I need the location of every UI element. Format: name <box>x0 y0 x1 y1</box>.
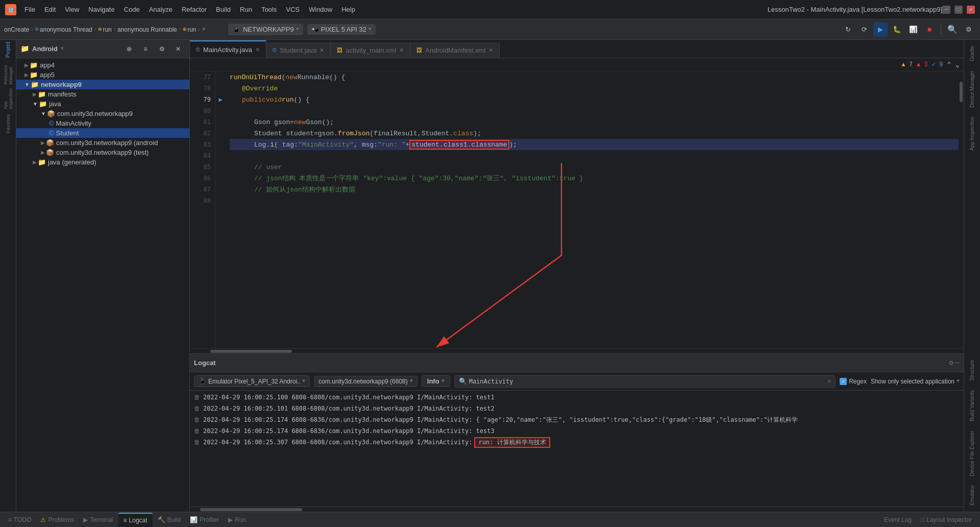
logcat-hscroll[interactable] <box>190 507 964 512</box>
regex-checkbox[interactable]: ✓ <box>840 378 847 385</box>
menu-file[interactable]: File <box>20 4 39 15</box>
tab-layout-inspector[interactable]: □ Layout Inspector <box>917 513 976 526</box>
check-count[interactable]: ✓ 9 <box>932 61 943 68</box>
sidebar-emulator[interactable]: Emulator <box>968 481 976 510</box>
device-filter-dropdown[interactable]: 📱 Emulator Pixel_5_API_32 Androi... ▼ <box>194 375 310 387</box>
run-gutter-icon[interactable]: ▶ <box>218 96 222 104</box>
tree-item-manifests[interactable]: ▶ 📁 manifests <box>16 89 189 99</box>
package-filter-dropdown[interactable]: com.unity3d.networkapp9 (6808) ▼ <box>314 376 418 387</box>
regex-toggle[interactable]: ✓ Regex <box>840 378 867 385</box>
sidebar-app-inspection[interactable]: App Inspection <box>968 113 976 155</box>
tree-item-package[interactable]: ▼ 📦 com.unity3d.networkapp9 <box>16 109 189 118</box>
logcat-entries[interactable]: 🗑 2022-04-29 16:00:25.100 6808-6808/com.… <box>190 391 964 507</box>
tab-todo[interactable]: ≡ TODO <box>4 513 35 526</box>
warning-count[interactable]: ▲ 7 <box>901 61 913 68</box>
tab-manifest[interactable]: 🖼 AndroidManifest.xml ✕ <box>410 42 500 58</box>
menu-tools[interactable]: Tools <box>257 4 281 15</box>
project-settings-button[interactable]: ⚙ <box>155 42 169 56</box>
code-content[interactable]: runOnUiThread(new Runnable() { @Override… <box>226 71 959 348</box>
minimize-button[interactable]: ─ <box>942 6 950 14</box>
maximize-button[interactable]: □ <box>954 6 963 14</box>
sidebar-build-variants[interactable]: Build Variants <box>968 386 976 425</box>
menu-vcs[interactable]: VCS <box>282 4 304 15</box>
log-delete-icon-4[interactable]: 🗑 <box>194 427 200 435</box>
tab-manifest-close[interactable]: ✕ <box>488 47 493 54</box>
settings-button[interactable]: ⚙ <box>962 22 976 37</box>
code-editor[interactable]: 77 78 79 80 81 82 83 84 85 86 87 88 <box>190 71 964 353</box>
tab-build[interactable]: 🔨 Build <box>154 513 185 526</box>
show-only-dropdown-icon[interactable]: ▼ <box>957 378 960 384</box>
pixel-selector[interactable]: 📲 PIXEL 5 API 32 ▼ <box>307 24 376 35</box>
tab-activity-main[interactable]: 🖼 activity_main.xml ✕ <box>331 42 410 58</box>
crumb-runnable[interactable]: anonymous Runnable <box>117 26 177 33</box>
crumb-run2[interactable]: run <box>187 26 196 33</box>
tab-mainactivity-close[interactable]: ✕ <box>255 46 260 53</box>
sidebar-favorites-icon[interactable]: Favorites <box>2 117 14 130</box>
debug-button[interactable]: 🐛 <box>890 22 904 37</box>
menu-edit[interactable]: Edit <box>40 4 60 15</box>
tree-item-mainactivity[interactable]: © MainActivity <box>16 118 189 128</box>
tree-item-java-generated[interactable]: ▶ 📁 java (generated) <box>16 157 189 167</box>
editor-vscroll[interactable] <box>959 71 964 348</box>
tab-mainactivity[interactable]: © MainActivity.java ✕ <box>190 40 266 58</box>
error-count[interactable]: ▲ 3 <box>917 61 928 68</box>
tab-event-log[interactable]: Event Log <box>880 513 916 526</box>
level-filter-dropdown[interactable]: Info ▼ <box>422 375 450 387</box>
menu-analyze[interactable]: Analyze <box>145 4 177 15</box>
refresh-button[interactable]: ↻ <box>841 22 855 37</box>
tree-item-package-android[interactable]: ▶ 📦 com.unity3d.networkapp9 (android <box>16 138 189 148</box>
tree-item-java[interactable]: ▼ 📁 java <box>16 99 189 109</box>
nav-down-button[interactable]: ⌄ <box>955 60 960 69</box>
sidebar-structure[interactable]: Structure <box>968 356 976 385</box>
logcat-search[interactable]: 🔍 ✕ <box>454 375 836 388</box>
menu-navigate[interactable]: Navigate <box>84 4 118 15</box>
close-button[interactable]: ✕ <box>967 6 975 14</box>
run-button[interactable]: ▶ <box>873 22 888 37</box>
crumb-thread[interactable]: anonymous Thread <box>40 26 92 33</box>
log-delete-icon-1[interactable]: 🗑 <box>194 394 200 401</box>
menu-help[interactable]: Help <box>337 4 359 15</box>
menu-window[interactable]: Window <box>305 4 336 15</box>
tab-terminal[interactable]: ▶ Terminal <box>79 513 117 526</box>
tab-problems[interactable]: ⚠ Problems <box>36 513 78 526</box>
search-everywhere-button[interactable]: 🔍 <box>945 22 960 37</box>
sidebar-device-file-explorer[interactable]: Device File Explorer <box>968 426 976 480</box>
device-selector[interactable]: 📱 NETWORKAPP9 ▼ <box>228 23 303 35</box>
tab-student[interactable]: © Student.java ✕ <box>266 42 331 58</box>
sidebar-appinspection-icon[interactable]: App Inspection <box>2 93 14 105</box>
log-delete-icon-3[interactable]: 🗑 <box>194 416 200 423</box>
show-only-toggle[interactable]: Show only selected application ▼ <box>871 378 960 385</box>
project-hide-button[interactable]: ✕ <box>171 42 185 56</box>
tree-item-student[interactable]: © Student <box>16 128 189 138</box>
tree-item-package-test[interactable]: ▶ 📦 com.unity3d.networkapp9 (test) <box>16 148 189 157</box>
logcat-search-input[interactable] <box>469 378 825 385</box>
logcat-settings-icon[interactable]: ⚙ <box>949 358 953 367</box>
menu-refactor[interactable]: Refactor <box>178 4 211 15</box>
sync-button[interactable]: ⟳ <box>857 22 871 37</box>
stop-button[interactable]: ■ <box>922 22 937 37</box>
tab-student-close[interactable]: ✕ <box>320 47 324 54</box>
logcat-minimize-icon[interactable]: ─ <box>955 359 960 367</box>
menu-run[interactable]: Run <box>236 4 256 15</box>
tab-logcat[interactable]: ≡ Logcat <box>118 513 153 527</box>
menu-build[interactable]: Build <box>212 4 235 15</box>
log-delete-icon-2[interactable]: 🗑 <box>194 405 200 412</box>
tab-activity-close[interactable]: ✕ <box>399 47 404 54</box>
sidebar-gradle[interactable]: Gradle <box>968 42 976 65</box>
menu-code[interactable]: Code <box>120 4 144 15</box>
menu-view[interactable]: View <box>61 4 83 15</box>
tab-profiler[interactable]: 📊 Profiler <box>186 513 223 526</box>
sidebar-project-icon[interactable]: Project <box>2 44 14 56</box>
project-dropdown-label[interactable]: Android <box>32 45 58 53</box>
tree-item-app4[interactable]: ▶ 📁 app4 <box>16 60 189 70</box>
project-scope-button[interactable]: ⊕ <box>122 42 136 56</box>
log-delete-icon-5[interactable]: 🗑 <box>194 439 200 446</box>
sidebar-resource-icon[interactable]: Resource Manager <box>2 68 14 81</box>
tree-item-networkapp9[interactable]: ▼ 📁 networkapp9 <box>16 80 189 89</box>
sidebar-device-manager[interactable]: Device Manager <box>968 66 976 112</box>
editor-hscroll[interactable] <box>190 348 964 353</box>
crumb-run1[interactable]: run <box>103 26 111 33</box>
nav-up-button[interactable]: ⌃ <box>947 60 951 69</box>
tab-run[interactable]: ▶ Run <box>224 513 250 526</box>
profile-button[interactable]: 📊 <box>906 22 920 37</box>
